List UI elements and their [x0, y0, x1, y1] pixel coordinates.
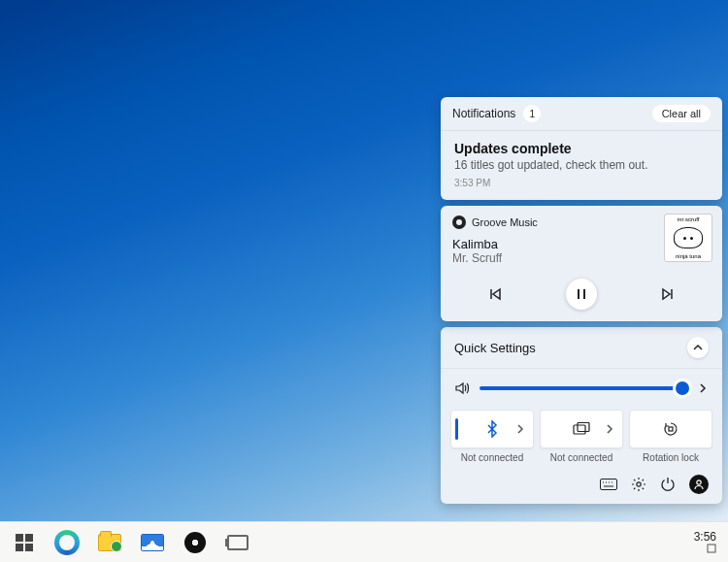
notification-tray-icon	[707, 544, 716, 553]
bluetooth-tile[interactable]	[450, 410, 534, 448]
next-track-button[interactable]	[652, 279, 683, 310]
chevron-right-icon	[515, 424, 525, 434]
groove-music-icon	[184, 532, 206, 553]
svg-point-4	[637, 482, 641, 486]
user-icon	[693, 479, 705, 490]
clear-all-button[interactable]: Clear all	[652, 105, 711, 122]
speaker-icon	[454, 380, 470, 396]
notification-item[interactable]: Updates complete 16 titles got updated, …	[441, 131, 722, 200]
album-art-top-text: mr.scruff	[678, 216, 700, 222]
play-pause-button[interactable]	[566, 279, 597, 310]
project-expand[interactable]	[605, 424, 614, 434]
bluetooth-expand[interactable]	[515, 424, 525, 434]
pause-icon	[575, 287, 588, 301]
svg-rect-0	[574, 425, 585, 434]
notification-time: 3:53 PM	[454, 178, 709, 188]
project-tile[interactable]	[540, 410, 623, 448]
taskbar-edge[interactable]	[54, 530, 80, 555]
svg-point-5	[697, 480, 701, 484]
bluetooth-label: Not connected	[450, 452, 534, 463]
media-card: Groove Music Kalimba Mr. Scruff mr.scruf…	[441, 206, 722, 321]
volume-row	[441, 369, 722, 402]
taskbar-clock[interactable]: 3:56	[694, 531, 716, 553]
user-account-button[interactable]	[689, 475, 709, 494]
chevron-right-icon	[605, 424, 614, 434]
chevron-right-icon	[697, 382, 709, 394]
svg-rect-2	[669, 427, 673, 431]
skip-next-icon	[660, 286, 676, 302]
notifications-card: Notifications 1 Clear all Updates comple…	[441, 97, 722, 200]
rotation-lock-icon	[662, 421, 679, 437]
media-app-name: Groove Music	[472, 216, 538, 228]
svg-rect-3	[601, 479, 617, 490]
notifications-count-badge: 1	[523, 105, 541, 122]
notifications-header: Notifications 1 Clear all	[441, 97, 722, 131]
desktop: Notifications 1 Clear all Updates comple…	[0, 0, 728, 562]
previous-track-button[interactable]	[480, 279, 511, 310]
quick-tile-labels: Not connected Not connected Rotation loc…	[441, 448, 722, 475]
svg-rect-6	[708, 545, 715, 552]
volume-flyout-button[interactable]	[697, 382, 709, 394]
skip-previous-icon	[487, 286, 503, 302]
keyboard-icon	[600, 479, 617, 490]
settings-button[interactable]	[631, 477, 646, 492]
taskbar-file-explorer[interactable]	[97, 530, 122, 555]
volume-slider[interactable]	[480, 386, 687, 390]
chevron-up-icon	[692, 342, 704, 353]
taskbar-groove-music[interactable]	[182, 530, 208, 555]
taskbar: 3:56	[0, 521, 728, 562]
notification-title: Updates complete	[454, 141, 709, 156]
taskbar-mail[interactable]	[140, 530, 165, 555]
clock-time: 3:56	[694, 531, 716, 544]
svg-rect-1	[578, 423, 589, 432]
quick-tiles-row	[441, 402, 722, 448]
notifications-title: Notifications	[452, 107, 515, 120]
quick-settings-card: Quick Settings	[441, 327, 722, 504]
folder-icon	[98, 534, 121, 551]
windows-icon	[16, 534, 33, 551]
taskbar-task-view[interactable]	[225, 530, 250, 555]
quick-settings-footer	[441, 475, 722, 504]
media-controls	[452, 279, 711, 310]
album-art-bottom-text: ninja tuna	[676, 253, 701, 259]
gear-icon	[631, 477, 646, 492]
collapse-button[interactable]	[687, 337, 709, 358]
rotation-label: Rotation lock	[629, 452, 712, 463]
bluetooth-icon	[485, 420, 499, 438]
power-icon	[660, 477, 676, 492]
notification-body: 16 titles got updated, check them out.	[454, 158, 709, 172]
volume-thumb[interactable]	[676, 381, 689, 395]
project-label: Not connected	[540, 452, 623, 463]
project-icon	[573, 422, 590, 436]
keyboard-button[interactable]	[600, 479, 617, 490]
quick-settings-title: Quick Settings	[454, 341, 536, 355]
rotation-lock-tile[interactable]	[629, 410, 712, 448]
task-view-icon	[227, 535, 248, 550]
power-button[interactable]	[660, 477, 676, 492]
album-art: mr.scruff ninja tuna	[664, 214, 712, 262]
action-center: Notifications 1 Clear all Updates comple…	[441, 97, 722, 504]
mail-icon	[141, 534, 164, 551]
start-button[interactable]	[12, 530, 37, 555]
groove-music-icon	[452, 215, 466, 229]
quick-settings-header[interactable]: Quick Settings	[441, 327, 722, 369]
